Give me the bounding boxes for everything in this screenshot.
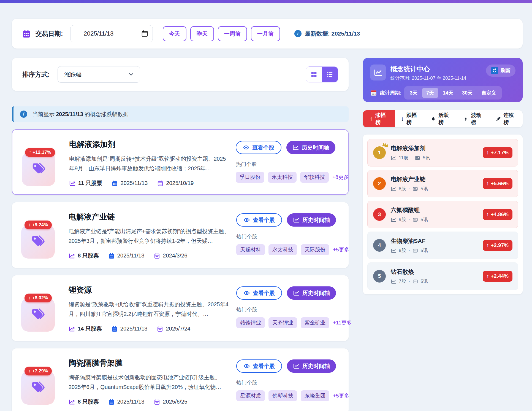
info-icon: i xyxy=(294,30,302,37)
refresh-button[interactable]: 刷新 xyxy=(486,65,515,77)
rank-change-badge: ↑+5.66% xyxy=(483,178,512,189)
concept-description: 锂资源是“政策驱动+供给收缩”双重逻辑共振的投资主题。2025年4月，四川雅江官… xyxy=(69,300,230,319)
rank-stock-count: 8股 xyxy=(399,247,406,254)
arrow-up-icon: ↑ xyxy=(370,115,373,122)
rank-change-badge: ↑+7.17% xyxy=(483,147,512,158)
history-timeline-button[interactable]: 历史时间轴 xyxy=(286,141,335,154)
concept-card: ↑ +8.02% 锂资源 锂资源是“政策驱动+供给收缩”双重逻辑共振的投资主题。… xyxy=(12,275,349,341)
stock-count: 8 只股票 xyxy=(78,252,99,259)
stock-tag[interactable]: 紫金矿业 xyxy=(301,317,329,328)
tags-icon xyxy=(30,161,47,178)
view-stocks-button[interactable]: 查看个股 xyxy=(236,286,282,300)
rank-stock-count: 7股 xyxy=(399,278,406,284)
concept-icon-block xyxy=(21,371,55,405)
tab-losers[interactable]: ↓跌幅榜 xyxy=(395,110,425,127)
rank-change-badge: ↑+4.86% xyxy=(483,209,512,220)
create-date: 2025/7/24 xyxy=(166,326,190,332)
dot-separator: · xyxy=(411,155,412,161)
rank-number: 3 xyxy=(373,208,386,221)
create-date-icon xyxy=(154,399,160,405)
stock-tag[interactable]: 赣锋锂业 xyxy=(236,317,265,328)
tab-active[interactable]: 活跃榜 xyxy=(425,110,457,127)
more-stocks-link[interactable]: +11更多 xyxy=(333,319,352,326)
timeline-chart-icon xyxy=(292,144,299,151)
dot-separator: · xyxy=(408,186,410,192)
more-stocks-link[interactable]: +5更多 xyxy=(333,246,349,253)
list-view-button[interactable] xyxy=(322,67,338,82)
rank-item[interactable]: 4 生物柴油SAF 8股 · 5讯 ↑+2.97% xyxy=(367,232,518,259)
history-timeline-button[interactable]: 历史时间轴 xyxy=(287,213,336,227)
stock-tag[interactable]: 天赐材料 xyxy=(236,244,265,255)
view-stocks-button[interactable]: 查看个股 xyxy=(236,141,281,154)
trade-date-input[interactable] xyxy=(70,25,153,42)
sort-select[interactable]: 涨跌幅 xyxy=(58,66,140,83)
rank-item[interactable]: 1 电解液添加剂 11股 · 5讯 ↑+7.17% xyxy=(367,139,518,166)
timeline-chart-icon xyxy=(293,217,300,223)
stock-tag[interactable]: 永太科技 xyxy=(268,244,297,255)
hot-stocks-tags: 孚日股份 永太科技 华软科技 +8更多 xyxy=(236,172,340,183)
period-7d[interactable]: 7天 xyxy=(422,88,438,98)
month-ago-button[interactable]: 一月前 xyxy=(251,26,280,41)
rank-tabs: ↑涨幅榜 ↓跌幅榜 活跃榜 波动榜 连涨榜 xyxy=(363,110,523,127)
date-input-wrap xyxy=(70,25,153,42)
period-14d[interactable]: 14天 xyxy=(439,88,457,98)
arrow-up-icon: ↑ xyxy=(29,150,31,155)
concept-description: 电解液添加剂是“周期反转+技术升级”双轮驱动的投资主题。2025年9月，山东孚日… xyxy=(69,154,229,173)
stock-tag[interactable]: 永太科技 xyxy=(268,172,297,183)
stock-tag[interactable]: 天际股份 xyxy=(301,244,329,255)
stock-tag[interactable]: 佛塑科技 xyxy=(268,390,297,401)
rank-item[interactable]: 3 六氟磷酸锂 9股 · 5讯 ↑+4.86% xyxy=(367,201,518,228)
update-date: 2025/11/13 xyxy=(117,399,145,405)
rank-meta: 7股 · 5讯 xyxy=(391,278,428,284)
arrow-down-icon: ↓ xyxy=(401,115,404,122)
more-stocks-link[interactable]: +5更多 xyxy=(333,392,349,399)
update-date-icon xyxy=(112,180,118,187)
week-ago-button[interactable]: 一周前 xyxy=(218,26,247,41)
rank-stock-count: 8股 xyxy=(399,186,406,192)
hot-stocks-label: 热门个股 xyxy=(236,161,340,168)
rank-meta: 8股 · 5讯 xyxy=(391,247,428,254)
concept-description: 电解液产业链是“产能出清尾声+需求复苏初期”的拐点型投资主题。2025年3月，新… xyxy=(69,227,230,246)
create-date-icon xyxy=(157,180,164,187)
stock-tag[interactable]: 华软科技 xyxy=(300,172,329,183)
rank-item[interactable]: 2 电解液产业链 8股 · 5讯 ↑+5.66% xyxy=(367,170,518,197)
dot-separator: · xyxy=(408,217,410,222)
stock-tag[interactable]: 孚日股份 xyxy=(236,172,264,183)
tab-volatility[interactable]: 波动榜 xyxy=(458,110,490,127)
view-stocks-button[interactable]: 查看个股 xyxy=(236,359,282,373)
stock-tag[interactable]: 东峰集团 xyxy=(301,390,329,401)
rank-concept-name: 六氟磷酸锂 xyxy=(391,206,428,214)
history-timeline-button[interactable]: 历史时间轴 xyxy=(287,286,336,300)
period-custom[interactable]: 自定义 xyxy=(477,88,500,98)
latest-data-info: i 最新数据: 2025/11/13 xyxy=(294,30,360,37)
date-picker-icon[interactable] xyxy=(141,30,148,37)
change-badge: ↑ +7.29% xyxy=(25,367,52,375)
tab-gainers[interactable]: ↑涨幅榜 xyxy=(363,110,395,127)
rank-change-badge: ↑+2.97% xyxy=(483,240,512,251)
rank-concept-name: 电解液产业链 xyxy=(391,175,428,183)
yesterday-button[interactable]: 昨天 xyxy=(190,26,214,41)
banner-text: 当前显示2025/11/13的概念涨跌幅数据 xyxy=(31,111,130,118)
concept-description: 陶瓷隔膜骨架膜是技术创新驱动的固态电池产业链β升级主题。2025年6月，Quan… xyxy=(69,373,230,392)
stock-tag[interactable]: 星源材质 xyxy=(236,390,265,401)
today-button[interactable]: 今天 xyxy=(163,26,186,41)
view-stocks-button[interactable]: 查看个股 xyxy=(236,213,282,227)
rank-item[interactable]: 5 钻石散热 7股 · 5讯 ↑+2.44% xyxy=(367,262,518,290)
history-timeline-button[interactable]: 历史时间轴 xyxy=(287,359,336,373)
update-date: 2025/11/13 xyxy=(121,180,148,186)
stock-tag[interactable]: 天齐锂业 xyxy=(268,317,297,328)
timeline-chart-icon xyxy=(293,290,300,296)
eye-icon xyxy=(243,217,250,223)
period-3d[interactable]: 3天 xyxy=(406,88,422,98)
grid-view-button[interactable] xyxy=(306,67,322,82)
sort-label: 排序方式: xyxy=(22,70,50,79)
tab-streak[interactable]: 连涨榜 xyxy=(490,110,523,127)
period-30d[interactable]: 30天 xyxy=(458,88,477,98)
rocket-icon xyxy=(496,116,501,122)
arrow-up-icon: ↑ xyxy=(487,273,489,279)
trade-date-label: 交易日期: xyxy=(36,29,63,38)
sort-selected-value: 涨跌幅 xyxy=(64,71,82,78)
change-badge: ↑ +12.17% xyxy=(25,148,55,157)
more-stocks-link[interactable]: +8更多 xyxy=(332,174,349,181)
concept-card: ↑ +9.24% 电解液产业链 电解液产业链是“产能出清尾声+需求复苏初期”的拐… xyxy=(12,202,349,268)
